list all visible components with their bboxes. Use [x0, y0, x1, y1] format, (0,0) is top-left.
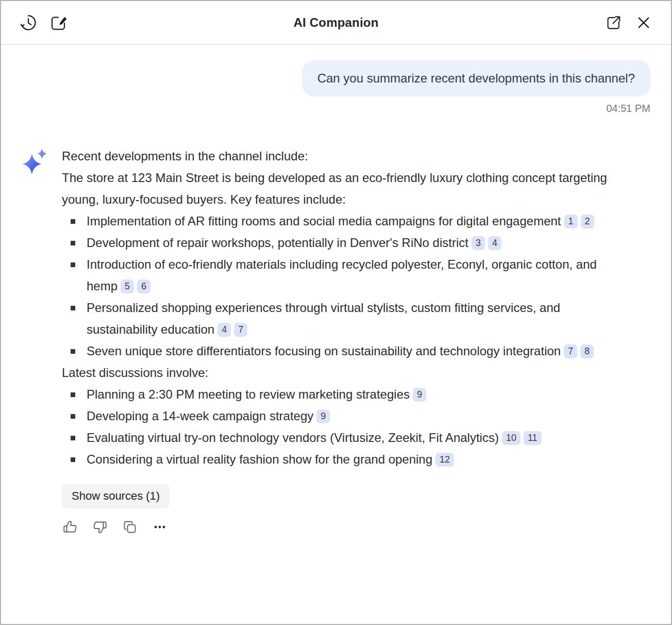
- list-item: Planning a 2:30 PM meeting to review mar…: [71, 384, 618, 405]
- citation-badge[interactable]: 7: [234, 323, 247, 337]
- latest-discussions-list: Planning a 2:30 PM meeting to review mar…: [62, 384, 618, 470]
- citation-badge[interactable]: 7: [564, 344, 577, 358]
- list-item-text: Introduction of eco-friendly materials i…: [87, 257, 597, 293]
- user-message-row: Can you summarize recent developments in…: [21, 60, 650, 96]
- list-item: Evaluating virtual try-on technology ven…: [71, 427, 618, 449]
- list-item: Introduction of eco-friendly materials i…: [71, 254, 618, 297]
- citation-badge[interactable]: 1: [564, 215, 578, 228]
- citation-badge[interactable]: 5: [121, 279, 134, 293]
- ai-companion-panel: AI Companion Can you summarize recent de…: [0, 0, 672, 625]
- list-item: Considering a virtual reality fashion sh…: [71, 449, 618, 470]
- more-options-icon[interactable]: [152, 519, 168, 535]
- citation-badge[interactable]: 12: [435, 453, 454, 467]
- chat-area: Can you summarize recent developments in…: [1, 60, 671, 535]
- citation-badge[interactable]: 9: [413, 388, 426, 402]
- list-item-text: Developing a 14-week campaign strategy: [87, 409, 313, 423]
- panel-header: AI Companion: [1, 1, 671, 45]
- citation-badge[interactable]: 8: [580, 344, 594, 358]
- list-item: Personalized shopping experiences throug…: [71, 297, 618, 340]
- copy-icon[interactable]: [122, 519, 138, 535]
- citation-badge[interactable]: 9: [316, 409, 330, 423]
- citation-badge[interactable]: 4: [217, 323, 231, 337]
- list-item-text: Evaluating virtual try-on technology ven…: [87, 431, 499, 445]
- header-right-actions: [604, 13, 653, 32]
- message-timestamp: 04:51 PM: [21, 103, 650, 114]
- list-item: Seven unique store differentiators focus…: [71, 340, 618, 362]
- close-icon[interactable]: [634, 13, 653, 32]
- citation-badge[interactable]: 2: [581, 215, 594, 228]
- citation-badge[interactable]: 11: [524, 431, 542, 445]
- citation-badge[interactable]: 10: [502, 431, 520, 445]
- thumbs-up-icon[interactable]: [62, 519, 78, 535]
- list-item-text: Planning a 2:30 PM meeting to review mar…: [87, 387, 410, 401]
- citation-badge[interactable]: 4: [488, 236, 501, 250]
- list-item-text: Considering a virtual reality fashion sh…: [87, 452, 432, 466]
- assistant-intro-line: Recent developments in the channel inclu…: [62, 145, 618, 167]
- list-item-text: Personalized shopping experiences throug…: [87, 301, 560, 336]
- show-sources-button[interactable]: Show sources (1): [62, 484, 170, 508]
- user-message-bubble: Can you summarize recent developments in…: [302, 60, 650, 96]
- latest-discussions-heading: Latest discussions involve:: [62, 362, 618, 384]
- message-actions: [62, 519, 618, 535]
- ai-sparkle-icon: [21, 147, 48, 175]
- new-chat-icon[interactable]: [48, 13, 68, 32]
- list-item-text: Development of repair workshops, potenti…: [87, 236, 468, 250]
- assistant-message-body: Recent developments in the channel inclu…: [62, 145, 618, 535]
- assistant-intro-line: The store at 123 Main Street is being de…: [62, 167, 618, 210]
- list-item-text: Seven unique store differentiators focus…: [87, 344, 561, 358]
- list-item: Developing a 14-week campaign strategy9: [71, 405, 618, 427]
- header-left-actions: [19, 13, 68, 32]
- open-in-new-window-icon[interactable]: [604, 13, 624, 32]
- citation-badge[interactable]: 3: [472, 236, 485, 250]
- assistant-message-row: Recent developments in the channel inclu…: [21, 145, 650, 535]
- citation-badge[interactable]: 6: [137, 279, 150, 293]
- page-title: AI Companion: [293, 15, 378, 30]
- key-features-list: Implementation of AR fitting rooms and s…: [62, 210, 618, 362]
- list-item: Development of repair workshops, potenti…: [71, 232, 618, 254]
- thumbs-down-icon[interactable]: [92, 519, 108, 535]
- list-item: Implementation of AR fitting rooms and s…: [71, 210, 618, 232]
- history-icon[interactable]: [19, 13, 38, 32]
- list-item-text: Implementation of AR fitting rooms and s…: [87, 214, 561, 228]
